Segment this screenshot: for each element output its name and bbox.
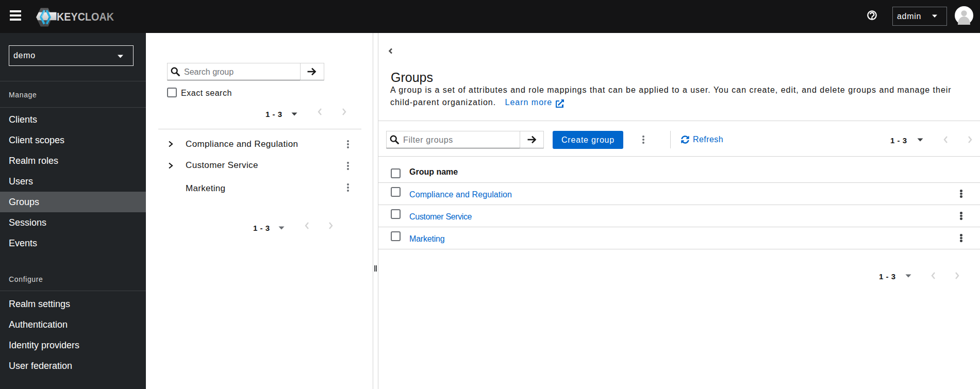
svg-text:KEYCLOAK: KEYCLOAK: [57, 10, 114, 23]
